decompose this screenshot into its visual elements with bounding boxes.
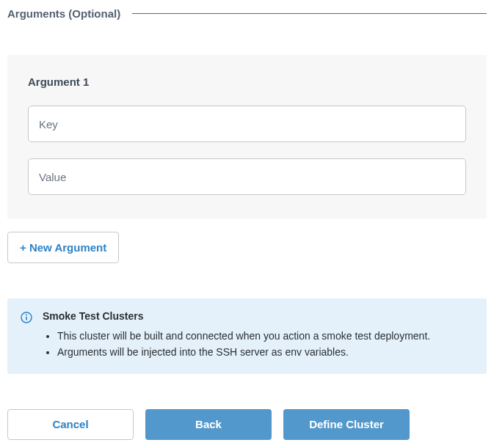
info-title: Smoke Test Clusters [43,310,473,322]
section-header: Arguments (Optional) [7,7,487,20]
argument-label: Argument 1 [28,76,466,88]
info-bullet: Arguments will be injected into the SSH … [57,344,473,360]
new-argument-button[interactable]: + New Argument [7,232,119,263]
define-cluster-button[interactable]: Define Cluster [283,409,410,440]
info-list: This cluster will be built and connected… [43,328,473,361]
info-bullet: This cluster will be built and connected… [57,328,473,344]
argument-value-input[interactable] [28,158,466,195]
argument-key-input[interactable] [28,106,466,142]
svg-point-1 [26,315,27,316]
info-content: Smoke Test Clusters This cluster will be… [43,310,473,361]
section-divider [132,13,487,14]
info-icon [21,312,32,323]
back-button[interactable]: Back [145,409,272,440]
section-title: Arguments (Optional) [7,7,120,20]
cancel-button[interactable]: Cancel [7,409,134,440]
svg-rect-2 [26,317,27,320]
info-panel: Smoke Test Clusters This cluster will be… [7,298,487,374]
argument-card: Argument 1 [7,55,487,219]
footer-actions: Cancel Back Define Cluster [7,409,487,440]
